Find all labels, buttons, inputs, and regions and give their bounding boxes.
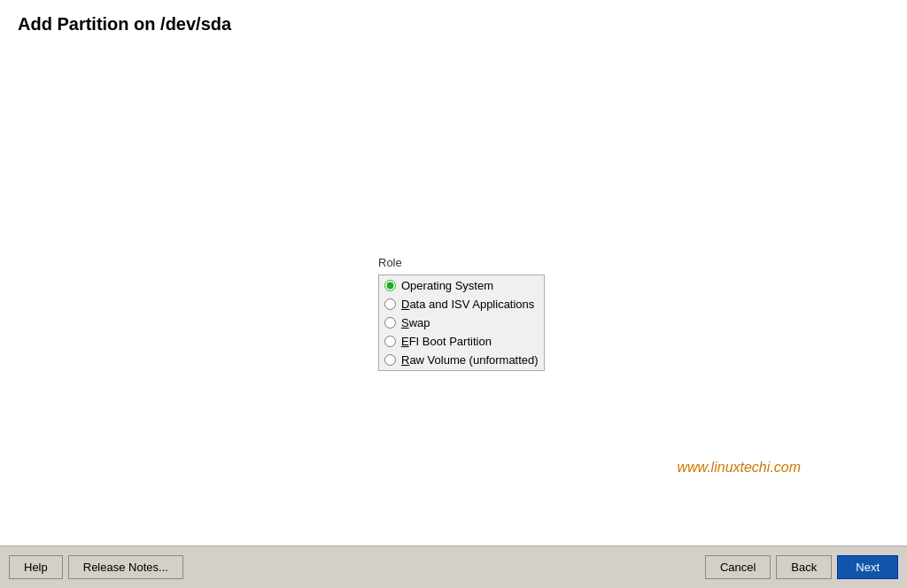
main-content: Role Operating System Data and ISV Appli…	[0, 43, 907, 546]
page-title: Add Partition on /dev/sda	[0, 0, 907, 43]
role-option-os[interactable]: Operating System	[384, 279, 539, 292]
role-label-os[interactable]: Operating System	[401, 279, 493, 292]
role-radio-efi[interactable]	[384, 336, 396, 347]
role-label-data[interactable]: Data and ISV Applications	[401, 298, 534, 311]
role-option-efi[interactable]: EFI Boot Partition	[384, 335, 539, 348]
role-label-swap[interactable]: Swap	[401, 316, 430, 329]
cancel-button[interactable]: Cancel	[705, 555, 771, 579]
back-button[interactable]: Back	[776, 555, 832, 579]
release-notes-button[interactable]: Release Notes...	[68, 555, 183, 579]
role-label-raw[interactable]: Raw Volume (unformatted)	[401, 353, 539, 367]
role-option-data[interactable]: Data and ISV Applications	[384, 298, 539, 311]
role-radio-raw[interactable]	[384, 354, 396, 366]
role-radio-swap[interactable]	[384, 317, 396, 329]
footer-right: Cancel Back Next	[705, 555, 898, 579]
role-section: Role Operating System Data and ISV Appli…	[378, 256, 545, 371]
role-options: Operating System Data and ISV Applicatio…	[378, 275, 545, 371]
role-label-efi[interactable]: EFI Boot Partition	[401, 335, 492, 348]
help-button[interactable]: Help	[9, 555, 63, 579]
role-radio-data[interactable]	[384, 298, 396, 310]
footer-left: Help Release Notes...	[9, 555, 705, 579]
role-radio-os[interactable]	[384, 280, 396, 291]
watermark: www.linuxtechi.com	[677, 460, 801, 476]
footer: Help Release Notes... Cancel Back Next	[0, 545, 907, 588]
role-label: Role	[378, 256, 545, 269]
role-option-swap[interactable]: Swap	[384, 316, 539, 329]
next-button[interactable]: Next	[837, 555, 898, 579]
role-option-raw[interactable]: Raw Volume (unformatted)	[384, 353, 539, 367]
